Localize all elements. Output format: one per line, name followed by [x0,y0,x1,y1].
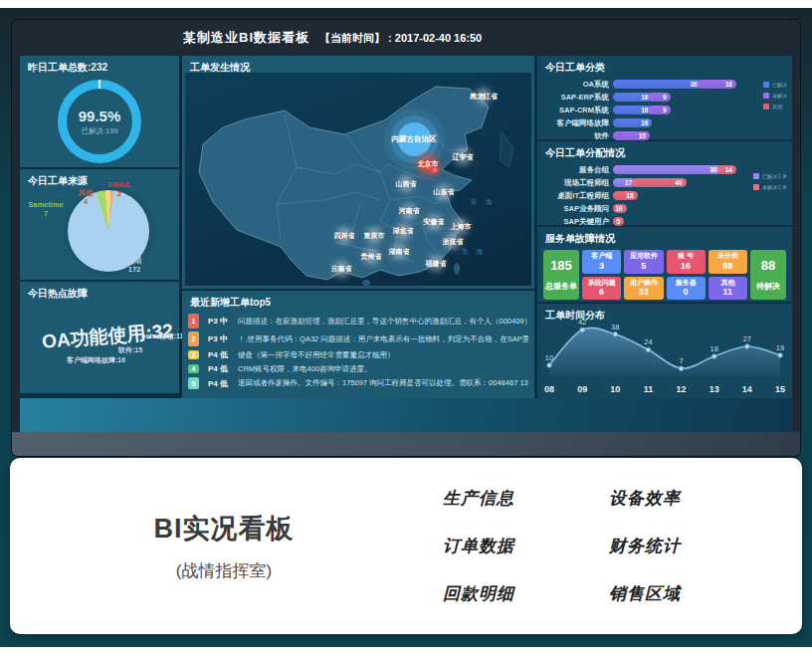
data-point[interactable] [547,363,551,367]
map-marker-province[interactable]: 贵州省 [360,252,381,262]
menu-item[interactable]: 财务统计 [609,535,681,557]
slice-value: 2 [107,190,130,199]
tile-total-orders: 185 总服务单 [543,250,579,300]
monitor-base [12,432,800,456]
tile-label: 待解决 [756,281,780,292]
time-chart-svg: 1008420938102411712181327141915 [541,319,788,396]
data-point[interactable] [613,332,617,336]
menu-item[interactable]: 设备效率 [609,487,681,510]
top5-row[interactable]: 1P3 中问题描述：在薪激励管理，激励汇总里，导这个销售中心的激励汇总，有个人（… [188,314,528,329]
menu-item[interactable]: 订单数据 [443,535,514,557]
priority-badge: 5 [188,377,199,389]
tile-value: 33 [639,287,649,298]
priority-badge: 4 [188,364,199,373]
bar-segment: 16 [613,93,652,102]
menu-item[interactable]: 生产信息 [443,487,514,510]
map-marker-province[interactable]: 福建省 [425,259,446,269]
bar-row: SAP业务顾问10 [543,202,786,215]
bar-track: 15 [613,131,650,140]
panel-order-assignment: 今日工单分配情况 服务台组8014现场工程师组1740桌面IT工程师组18SAP… [537,141,792,225]
map-marker-province[interactable]: 重庆市 [364,231,385,241]
marker-label: 安徽省 [423,217,444,227]
map-marker-province[interactable]: 四川省 [334,231,355,241]
ticket-text: 键盘（第一排字母不好用经常需要重启才能用） [238,350,528,360]
point-value-label: 24 [644,337,652,346]
bar-track: 169 [613,106,671,114]
map-marker-province[interactable]: 山东省 [433,187,454,197]
tile-label: 客户端 [591,252,612,260]
x-axis-label: 13 [710,384,719,394]
top5-row[interactable]: 4P4 低CRM账号权限，来电400咨询申请进度。 [188,363,528,374]
menu-item[interactable]: 回款明细 [443,582,514,605]
pie-slice-label: Sametime7 [28,201,63,218]
map-marker-capital[interactable]: 北京市 [417,159,438,169]
map-marker-province[interactable]: 黑龙江省 [470,92,498,102]
legend-item: 其他 [763,104,787,110]
slice-value: 7 [28,210,63,219]
map-marker-province[interactable]: 浙江省 [443,237,464,247]
bar-segment: 9 [648,93,670,102]
sea-label: 东 海 [461,247,486,257]
data-point[interactable] [580,328,584,331]
donut-center: 99.5% 已解决:199 [58,80,141,163]
map-marker-province[interactable]: 湖北省 [392,226,413,236]
top5-list: 1P3 中问题描述：在薪激励管理，激励汇总里，导这个销售中心的激励汇总，有个人（… [182,310,534,389]
data-point[interactable] [745,344,749,348]
bar-track: 18 [613,191,638,200]
x-axis-label: 09 [577,384,587,394]
top5-row[interactable]: 2P3 中！,使用事务代码：QA32 问题描述：用户来电表示有一批物料，判定为不… [188,331,528,346]
map-marker-province[interactable]: 湖南省 [389,247,410,257]
card-menu: 生产信息设备效率订单数据财务统计回款明细销售区域 [443,487,681,605]
marker-label: 山东省 [433,187,454,197]
bar-segment: 15 [613,131,650,140]
map-marker-province[interactable]: 上海市 [451,222,472,232]
top5-row[interactable]: 3P4 低键盘（第一排字母不好用经常需要重启才能用） [188,349,528,360]
tile-label: 系统问题 [588,279,616,287]
bar-segment: 9 [648,106,670,114]
fault-tile: 客户端3 [582,250,621,274]
data-point[interactable] [679,366,683,370]
legend-label: 其他 [772,104,782,110]
bar-segment: 18 [613,191,638,200]
legend-assign: 已解决工单未解决工单 [753,173,787,190]
fault-tile: 未分类88 [709,250,747,274]
data-point[interactable] [778,353,782,357]
bar-chart-classify: OA系统3616SAP-ERP系统169SAP-CRM系统169客户端网络故障1… [537,75,792,142]
tile-value: 5 [641,261,646,272]
menu-item[interactable]: 销售区域 [609,582,681,605]
china-map[interactable]: 黑龙江省内蒙古自治区辽宁省北京市山西省山东省河南省安徽省上海市四川省重庆市湖北省… [185,73,531,286]
bar-track: 8014 [613,165,736,174]
fault-tile: 其他11 [709,277,747,301]
bar-label: 服务台组 [543,165,609,175]
panel-title: 今日工单分配情况 [537,141,792,160]
bar-track: 16 [613,118,652,127]
panel-service-faults: 服务单故障情况 185 总服务单 客户端3应用软件5账 号16未分类88系统问题… [537,227,792,302]
tile-value: 0 [684,287,689,298]
map-marker-province[interactable]: 安徽省 [423,217,444,227]
top5-row[interactable]: 5P4 低退回或者作废操作。文件编号：175097 询问工程师是否可以处理。需联… [188,377,528,389]
fault-tile: 系统问题6 [582,277,621,301]
legend-item: 已解决 [763,82,787,88]
map-marker-province[interactable]: 辽宁省 [453,152,474,162]
ticket-text: ！,使用事务代码：QA32 问题描述：用户来电表示有一批物料，判定为不合格，在S… [238,334,528,344]
slice-value: 4 [79,198,94,207]
panel-order-classification: 今日工单分类 OA系统3616SAP-ERP系统169SAP-CRM系统169客… [537,56,792,139]
legend-swatch [753,173,759,179]
panel-order-sources: 今日工单来源 Sametime7其他4EMAIL2电话172 [20,169,179,280]
ticket-text: CRM账号权限，来电400咨询申请进度。 [238,364,528,374]
data-point[interactable] [712,354,716,358]
panel-title: 今日工单来源 [20,169,179,188]
fault-tile: 服务器0 [667,277,706,301]
legend-swatch [753,184,759,190]
bar-row: SAP-CRM系统169 [543,104,786,116]
tile-label: 用户操作 [630,279,658,287]
map-marker-province[interactable]: 河南省 [399,206,420,216]
fault-tile: 用户操作33 [624,277,663,301]
data-point[interactable] [646,347,650,351]
map-marker-province[interactable]: 山西省 [396,179,417,189]
bar-track: 10 [613,204,627,213]
marker-label: 浙江省 [443,237,464,247]
map-marker-bubble[interactable]: 内蒙古自治区 [392,134,437,144]
bar-track: 3616 [613,80,736,89]
map-marker-province[interactable]: 云南省 [330,264,351,274]
